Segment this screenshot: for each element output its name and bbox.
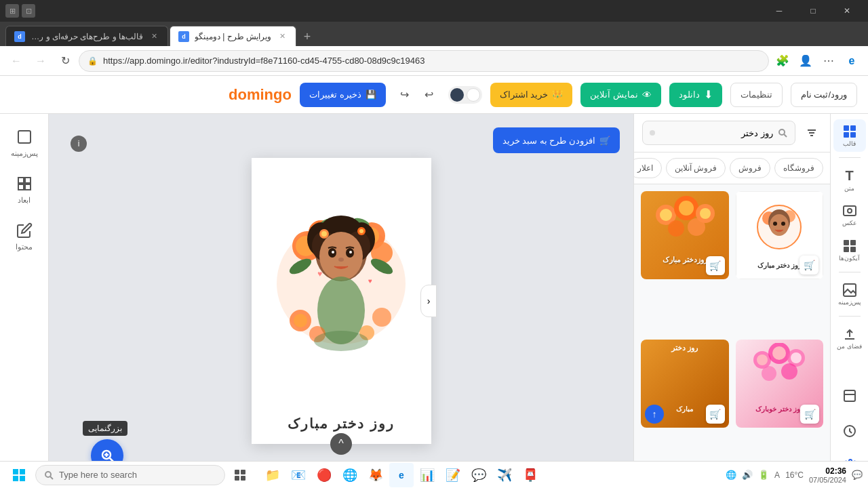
icon-bar-template[interactable]: قالب <box>833 119 866 152</box>
tool-background[interactable]: پس‌زمینه <box>4 122 45 163</box>
right-icon-bar: قالب T متن عکس <box>830 114 868 488</box>
close-btn[interactable]: ✕ <box>831 0 863 22</box>
browser-tab-2[interactable]: d ویرایش طرح | دومینگو ✕ <box>170 26 296 46</box>
taskbar-chrome-icon[interactable]: 🌐 <box>338 463 362 487</box>
light-theme-dot[interactable] <box>467 88 480 102</box>
search-box[interactable] <box>642 121 795 145</box>
system-clock[interactable]: 02:36 07/05/2024 <box>809 466 846 484</box>
task-view-btn[interactable] <box>228 463 252 487</box>
tab-favicon-1: d <box>14 31 25 42</box>
template-4-cart[interactable]: 🛒 <box>800 405 819 424</box>
svg-line-102 <box>50 476 53 479</box>
template-card-3[interactable]: روز دختر مبارک 🛒 ↑ <box>641 340 729 428</box>
template-2-cart[interactable]: 🛒 <box>800 256 818 274</box>
save-btn[interactable]: 💾 ذخیره تغییرات <box>300 83 386 107</box>
svg-point-80 <box>762 366 776 381</box>
taskbar-calendar-icon[interactable]: 📁 <box>260 463 285 487</box>
new-tab-btn[interactable]: + <box>298 27 317 46</box>
search-input[interactable] <box>659 128 773 138</box>
template-3-cart[interactable]: 🛒 <box>706 405 725 424</box>
template-3-upload[interactable]: ↑ <box>645 405 664 424</box>
content-label: محتوا <box>16 243 33 251</box>
template-4-illustration <box>749 343 810 390</box>
task-view-icon <box>234 469 246 481</box>
template-1-cart[interactable]: 🛒 <box>706 256 725 275</box>
icon-bar-upload[interactable]: فضای من <box>833 322 866 354</box>
redo-btn[interactable]: ↪ <box>394 84 416 106</box>
filter-btn[interactable] <box>801 122 822 144</box>
tool-dimensions[interactable]: ابعاد <box>4 169 45 210</box>
taskbar-mail-icon[interactable]: 📧 <box>286 463 311 487</box>
taskbar-red-icon[interactable]: 🔴 <box>312 463 336 487</box>
taskbar-word-icon[interactable]: 📝 <box>441 463 465 487</box>
icon-bar-icons[interactable]: آیکون‌ها <box>833 234 866 266</box>
app-header: ورود/ثبت نام تنظیمات ⬇ دانلود 👁 نمایش آن… <box>0 76 868 114</box>
icon-bar-background[interactable]: پس‌زمینه <box>833 278 866 310</box>
battery-icon[interactable]: 🔋 <box>758 470 769 480</box>
back-btn[interactable]: ← <box>5 50 27 72</box>
login-btn[interactable]: ورود/ثبت نام <box>791 83 857 107</box>
svg-rect-82 <box>844 125 849 131</box>
theme-toggle[interactable] <box>448 86 482 104</box>
add-to-cart-btn[interactable]: 🛒 افزودن طرح به سبد خرید <box>493 127 620 153</box>
cat-btn-shop[interactable]: فروشگاه <box>774 158 823 178</box>
extensions-btn[interactable]: 🧩 <box>772 50 793 72</box>
svg-rect-3 <box>18 184 24 190</box>
icon-bar-extra-2[interactable] <box>833 415 866 447</box>
cat-btn-online-sale[interactable]: فروش آنلاین <box>666 158 726 178</box>
taskbar-edge-icon[interactable]: e <box>389 463 414 487</box>
taskbar-teams-icon[interactable]: 💬 <box>467 463 491 487</box>
background-bar-label: پس‌زمینه <box>838 299 861 306</box>
dark-theme-dot[interactable] <box>450 88 464 102</box>
icon-bar-extra-1[interactable] <box>833 380 866 412</box>
icon-bar-text[interactable]: T متن <box>833 163 866 196</box>
tab-close-1[interactable]: ✕ <box>149 31 159 42</box>
text-label: متن <box>844 185 854 192</box>
svg-rect-90 <box>844 247 849 252</box>
undo-btn[interactable]: ↩ <box>418 84 440 106</box>
tool-content[interactable]: محتوا <box>4 216 45 257</box>
address-bar[interactable]: 🔒 https://app.domingo.ir/editor?industry… <box>79 50 769 72</box>
maximize-btn[interactable]: □ <box>797 0 829 22</box>
svg-point-26 <box>319 232 363 281</box>
svg-rect-4 <box>25 184 31 190</box>
edge-btn[interactable]: e <box>841 50 863 72</box>
upload-label: فضای من <box>837 343 862 350</box>
template-card-1[interactable]: روزدختر مبارک 🛒 <box>641 191 729 279</box>
cat-btn-sale[interactable]: فروش <box>730 158 770 178</box>
network-icon[interactable]: 🌐 <box>726 470 736 480</box>
icon-bar-photo[interactable]: عکس <box>833 199 866 231</box>
expand-btn[interactable]: ^ <box>330 433 352 455</box>
cat-btn-ads[interactable]: اعلار <box>634 158 662 178</box>
taskbar-outlook-icon[interactable]: 📮 <box>518 463 542 487</box>
browser-tab-1[interactable]: d قالب‌ها و طرح‌های حرفه‌ای و رایگان ✕ <box>5 26 168 46</box>
settings-btn[interactable]: تنظیمات <box>730 83 783 107</box>
download-btn[interactable]: ⬇ دانلود <box>669 83 722 107</box>
svg-rect-84 <box>844 132 849 138</box>
template-card-2[interactable]: روز دختر مبارک 🛒 <box>736 191 824 279</box>
address-text: https://app.domingo.ir/editor?industryId… <box>103 56 760 66</box>
tab-close-2[interactable]: ✕ <box>277 31 288 42</box>
minimize-btn[interactable]: ─ <box>764 0 795 22</box>
svg-rect-85 <box>850 132 856 138</box>
profile-btn[interactable]: 👤 <box>795 50 816 72</box>
subscribe-btn[interactable]: 👑 خرید اشتراک <box>490 83 573 107</box>
taskbar-search[interactable]: Type here to search <box>35 465 225 485</box>
taskbar-excel-icon[interactable]: 📊 <box>415 463 439 487</box>
more-btn[interactable]: ⋯ <box>818 50 840 72</box>
svg-rect-103 <box>235 470 239 474</box>
start-button[interactable] <box>5 462 33 489</box>
notification-icon[interactable]: 💬 <box>852 470 863 480</box>
svg-point-62 <box>679 201 694 216</box>
taskbar-firefox-icon[interactable]: 🦊 <box>363 463 388 487</box>
svg-rect-86 <box>844 206 856 216</box>
preview-btn[interactable]: 👁 نمایش آنلاین <box>580 83 661 107</box>
forward-btn[interactable]: → <box>30 50 52 72</box>
taskbar-telegram-icon[interactable]: ✈️ <box>492 463 517 487</box>
info-btn[interactable]: i <box>71 136 87 152</box>
template-card-4[interactable]: روز دختر خوبارک 🛒 <box>736 340 824 428</box>
refresh-btn[interactable]: ↻ <box>54 50 76 72</box>
volume-icon[interactable]: 🔊 <box>742 470 753 480</box>
search-clear-btn[interactable] <box>650 130 655 136</box>
panel-chevron-btn[interactable]: › <box>420 285 437 317</box>
